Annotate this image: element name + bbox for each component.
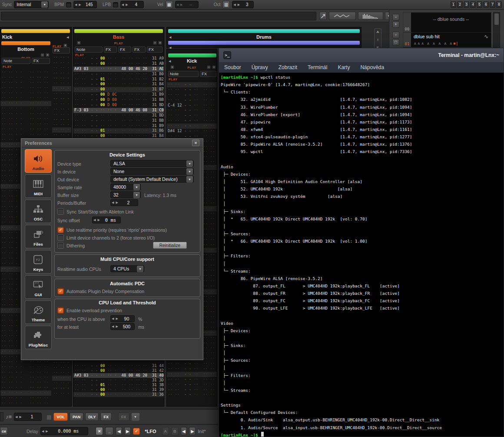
pattern-row[interactable]: ·· ·· - - ·· ·· · ·· ·· ·· ·· 31 BB xyxy=(73,118,164,123)
minus-button[interactable]: − xyxy=(207,65,211,69)
track-drums-header[interactable]: ◀ Drums ◀ xyxy=(166,27,361,48)
pattern-row[interactable]: ·· ·· · · ·· ·· ·· xyxy=(0,117,51,122)
pattern-row[interactable]: ·· ·· · xyxy=(52,91,71,97)
pattern-row[interactable]: ·· ·· · xyxy=(52,386,71,391)
pattern-row[interactable]: ·· ·· - - ·· ·· ·· xyxy=(167,367,217,372)
pattern-row[interactable]: ·· ·· - - 00 D 0C ·· ·· ·· ·· 31 B9 xyxy=(73,92,164,97)
chevron-down-icon[interactable]: ▼ xyxy=(132,413,139,421)
pattern-row[interactable]: ·· ·· - - ·· ·· ·· xyxy=(167,361,217,367)
pattern-row[interactable]: ·· ·· · · ·· ·· ·· xyxy=(0,370,51,375)
pattern-row[interactable]: ·· ·· · · ·· ·· ·· xyxy=(0,401,51,405)
pattern-row[interactable]: ·· ·· - - 00 ·· · ·· ·· ·· ·· 31 B7 xyxy=(73,87,164,92)
buffer-size-select[interactable]: 32▼ xyxy=(110,191,141,198)
preset-b-button[interactable]: B xyxy=(171,427,179,435)
dithering-checkbox[interactable] xyxy=(57,242,64,249)
fx-column-header[interactable]: FX xyxy=(147,47,162,53)
pattern-row[interactable]: ·· ·· · · ·· ·· ·· xyxy=(0,91,51,96)
realtime-priority-checkbox[interactable]: ✓ xyxy=(57,227,64,233)
menu-item-karty[interactable]: Karty xyxy=(338,64,350,70)
pattern-row[interactable]: ·· ·· - - ·· ·· · ·· ·· ·· ·· 31 3D xyxy=(73,378,164,383)
pattern-row[interactable]: ·· ·· · xyxy=(52,71,71,76)
terminal-content[interactable]: [martin@Lnx ~]$ wpctl statusPipeWire 'pi… xyxy=(219,73,504,437)
pattern-row[interactable]: ·· ·· · xyxy=(52,60,71,66)
overload-checkbox[interactable]: ✓ xyxy=(57,307,64,314)
pattern-row[interactable]: ·· ·· · xyxy=(52,81,71,86)
sequence-button[interactable]: 3 xyxy=(464,1,469,8)
menu-item-pravy[interactable]: Úpravy xyxy=(252,64,268,70)
lpb-stepper[interactable]: ◀▶4 xyxy=(120,1,144,8)
chevron-down-icon[interactable]: ▼ xyxy=(186,168,193,175)
minus-button[interactable]: − xyxy=(392,14,399,20)
pattern-row[interactable]: ·· ·· · · ·· ·· ·· xyxy=(0,70,51,75)
pattern-follow-icon[interactable]: ♪≡ xyxy=(6,414,12,420)
partial-button[interactable]: ce xyxy=(0,427,8,435)
pattern-row[interactable]: ·· ·· · · ·· ·· ·· xyxy=(0,390,51,396)
sequence-button[interactable]: 2 xyxy=(457,1,463,8)
pattern-row[interactable]: C-4 12 - - ·· ·· ·· xyxy=(167,103,217,108)
pattern-row[interactable]: ·· ·· - - ·· ·· · ·· ·· ·· ·· 31 B0 xyxy=(73,72,164,77)
wave-mod-icon[interactable]: ∿ xyxy=(484,33,488,40)
sequence-button[interactable]: 4 xyxy=(470,1,476,8)
pattern-row[interactable]: ·· ·· · xyxy=(52,123,71,128)
reinitialize-button[interactable]: Reinitialize xyxy=(153,242,187,249)
minimize-icon[interactable]: _ xyxy=(105,427,113,435)
pattern-row[interactable]: ·· ·· · · ·· ·· ·· xyxy=(0,106,51,111)
sidebar-item-midi[interactable]: MIDI xyxy=(25,174,52,198)
dialog-titlebar[interactable]: Preferences ✕ xyxy=(21,139,203,147)
note-column-header[interactable]: Note xyxy=(168,71,199,77)
pattern-row[interactable]: ·· ·· · xyxy=(52,112,71,117)
pattern-row[interactable]: ·· ·· - - 00 ·· · ·· ·· ·· ·· 31 39 xyxy=(73,387,164,392)
pdc-checkbox[interactable]: ✓ xyxy=(57,288,64,294)
sample-rate-select[interactable]: 48000▼ xyxy=(110,183,141,190)
spectrum-icon[interactable] xyxy=(358,12,383,20)
scrollbar-handle[interactable] xyxy=(494,13,499,25)
cpu-above-stepper[interactable]: ◀▶90 xyxy=(110,315,135,322)
pattern-row[interactable]: F-3 03 - - ·· ·· · 48 00 46 08 31 C0 xyxy=(73,108,164,113)
bpm-checkbox[interactable] xyxy=(66,2,71,7)
sequence-button[interactable]: 5 xyxy=(477,1,482,8)
note-column-header[interactable]: Note xyxy=(75,47,103,53)
pattern-row[interactable]: ·· ·· - - ·· ·· ·· xyxy=(167,377,217,382)
pattern-row[interactable]: A#3 03 - - ·· ·· · 48 00 46 20 31 40 xyxy=(73,373,164,378)
terminal-titlebar[interactable]: >_ Terminal - martin@Lnx:~ xyxy=(219,48,504,62)
pattern-row[interactable]: ·· ·· - - 01 ·· · ·· ·· ·· ·· 31 3B xyxy=(73,383,164,387)
menu-item-zobrazit[interactable]: Zobrazit xyxy=(279,64,297,70)
pattern-row[interactable]: ·· ·· - - ·· ·· ·· xyxy=(167,372,217,377)
pattern-row[interactable]: ·· ·· - - 01 ·· · ·· ·· ·· ·· 31 B6 xyxy=(73,128,164,133)
sequence-button[interactable]: 7 xyxy=(490,1,495,8)
pattern-row[interactable]: ·· ·· · · ·· ·· ·· xyxy=(0,385,51,390)
pattern-row[interactable]: ·· ·· · xyxy=(52,360,71,366)
pattern-row[interactable]: ·· ·· · · ·· ·· ·· xyxy=(0,365,51,370)
pattern-row[interactable]: ·· ·· - - 00 D 00 ·· ·· ·· ·· 31 BB xyxy=(73,97,164,103)
step-length-stepper[interactable]: ◀▶1 xyxy=(14,413,42,421)
pattern-row[interactable]: ·· ·· · xyxy=(52,86,71,91)
pattern-row[interactable]: ·· ·· · xyxy=(52,370,71,376)
pattern-row[interactable]: ·· ·· - - ·· ·· ·· xyxy=(167,387,217,393)
pattern-row[interactable]: ·· ·· · xyxy=(52,391,71,397)
chevron-down-icon[interactable]: ▼ xyxy=(186,160,193,167)
close-button[interactable]: ✕ xyxy=(192,140,199,146)
fx-disabled-button[interactable]: FX xyxy=(118,413,129,421)
pattern-row[interactable]: ·· ·· · xyxy=(52,102,71,107)
mix-button-pan[interactable]: PAN xyxy=(70,413,83,421)
chevron-down-icon[interactable]: ▼ xyxy=(41,1,48,8)
limit-channels-checkbox[interactable] xyxy=(57,234,64,241)
pattern-row[interactable]: ·· ·· · xyxy=(52,117,71,123)
bpm-stepper[interactable]: ◀▶145 xyxy=(73,1,97,8)
pattern-row[interactable]: ·· ·· - - ·· ·· ·· xyxy=(167,118,217,123)
fx-column-header[interactable]: FX xyxy=(133,47,146,53)
pattern-row[interactable]: ·· ·· · xyxy=(52,97,71,102)
keyboard-icon[interactable]: ▥ xyxy=(222,1,230,8)
sidebar-item-files[interactable]: Files xyxy=(25,225,52,248)
pattern-row[interactable]: ·· ·· · · ·· ·· ·· xyxy=(0,127,51,132)
instrument-scrollbar[interactable] xyxy=(493,12,500,48)
pattern-row[interactable]: ·· ·· · · ·· ·· ·· xyxy=(0,80,51,86)
pattern-row[interactable]: ·· ·· - - ·· ·· ·· xyxy=(167,82,217,87)
device-type-select[interactable]: ALSA▼ xyxy=(110,160,194,167)
sidebar-item-audio[interactable]: Audio xyxy=(25,149,52,173)
chevron-down-icon[interactable]: ▼ xyxy=(133,184,140,190)
sidebar-item-plugmisc[interactable]: Plug/Misc xyxy=(25,326,52,349)
device-enabled-checkbox[interactable]: ✓ xyxy=(133,428,140,435)
pattern-row[interactable]: ·· ·· - - 00 ·· · ·· ·· ·· ·· 31 B4 xyxy=(73,82,164,87)
pattern-row[interactable]: ·· ·· · xyxy=(52,55,71,60)
